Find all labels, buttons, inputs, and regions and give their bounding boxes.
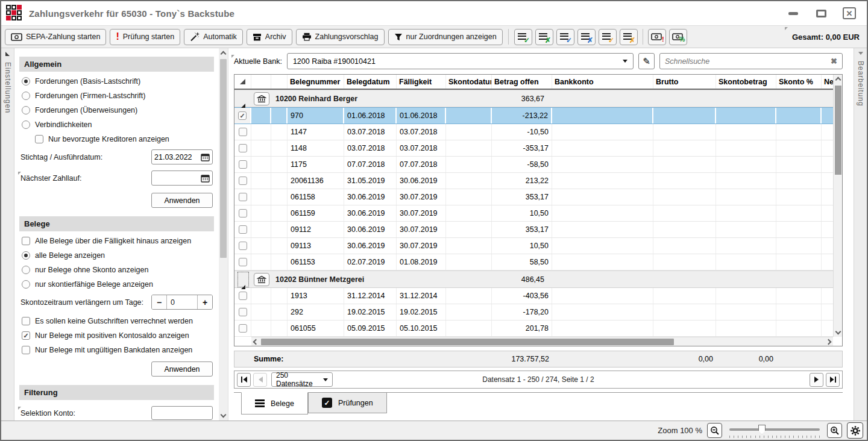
list-check-green-button[interactable]: ✓ [514,29,532,45]
grid-vertical-scrollbar[interactable] [833,75,842,337]
table-row[interactable]: 29219.02.201519.02.2015-178,20 [234,304,833,321]
row-checkbox[interactable] [239,258,247,266]
column-header-belegnummer[interactable]: Belegnummer [288,75,344,89]
close-button[interactable]: ✕ [843,7,856,19]
scroll-left-icon[interactable] [251,337,260,346]
table-row[interactable]: 06115302.07.201901.08.201958,50 [234,254,833,271]
belege-option-radio[interactable]: alle Belege anzeigen [22,251,214,260]
table-row[interactable]: 0911230.06.201930.07.2019353,17 [234,222,833,238]
scrollbar-thumb[interactable] [835,86,841,175]
quick-search-field[interactable]: ✖ [659,53,843,69]
column-header-betrag_offen[interactable]: Betrag offen [492,75,552,89]
list-cross-green-button[interactable]: ✗ [535,29,553,45]
bank-select[interactable]: 1200 Raiba #190010421 [287,53,634,69]
row-checkbox[interactable] [239,209,247,217]
zoom-slider[interactable] [729,423,820,439]
column-header-bankkonto[interactable]: Bankkonto [552,75,653,89]
minimize-button[interactable] [787,7,799,19]
row-checkbox[interactable] [239,128,247,136]
scroll-down-icon[interactable] [219,410,228,419]
column-header-colB[interactable] [271,75,288,89]
allgemein-option-radio[interactable]: Verbindlichkeiten [22,120,214,129]
column-header-skonto_pct[interactable]: Skonto % [776,75,822,89]
scrollbar-thumb[interactable] [261,339,674,345]
table-row[interactable]: 191331.12.201431.12.2014-403,56 [234,288,833,304]
select-all-icon[interactable] [240,79,245,84]
column-header-faelligkeit[interactable]: Fälligkeit [397,75,446,89]
settings-strip[interactable]: Einstellungen [1,48,14,421]
row-checkbox[interactable] [239,193,247,201]
row-checkbox[interactable] [239,177,247,185]
column-header-brutto[interactable]: Brutto [653,75,716,89]
calendar-icon[interactable] [198,171,212,185]
belege-option-radio[interactable]: nur Belege ohne Skonto anzeigen [22,266,214,274]
bank-account-button[interactable] [254,273,269,286]
group-collapse-toggle[interactable] [234,272,251,287]
toolbar-button-pr-fung-starten[interactable]: !Prüfung starten [110,29,180,45]
settings-button[interactable] [847,422,863,439]
edit-bank-button[interactable]: ✎ [638,53,655,69]
toolbar-button-sepa-zahlung-starten[interactable]: SEPA-Zahlung starten [5,29,106,45]
tab-pruefungen[interactable]: ✓ Prüfungen [308,393,387,413]
table-row[interactable]: 06105505.09.201505.10.2015201,78 [234,321,833,337]
table-row[interactable]: 0911330.06.201930.07.201910,50 [234,238,833,254]
belege-option-radio[interactable]: nur skontierfähige Belege anzeigen [22,280,214,289]
last-page-button[interactable] [826,373,840,387]
zahllauf-date-field[interactable] [151,170,213,186]
allgemein-option-radio[interactable]: Forderungen (Firmen-Lastschrift) [22,92,214,100]
toolbar-button-nur-zuordnungen-anzeigen[interactable]: nur Zuordnungen anzeigen [388,29,503,45]
table-row[interactable]: 97001.06.201801.06.2018-213,22 [234,107,833,124]
row-checkbox[interactable] [239,242,247,250]
table-row[interactable]: 117507.07.201807.07.2018-58,50 [234,157,833,173]
belege-filter-checkbox[interactable]: Es sollen keine Gutschriften verrechnet … [22,317,214,325]
list-check-orange-button[interactable]: ✓ [599,29,617,45]
stepper-minus-button[interactable]: − [152,295,167,309]
toolbar-button-archiv[interactable]: Archiv [247,29,292,45]
belege-filter-checkbox[interactable]: Nur Belege mit positiven Kontosaldo anze… [22,331,214,340]
column-header-skontobetrag[interactable]: Skontobetrag [716,75,776,89]
toolbar-button-automatik[interactable]: Automatik [184,29,243,45]
row-checkbox[interactable] [238,111,247,120]
previous-page-button[interactable] [253,373,267,387]
column-header-netto[interactable]: Netto [822,75,833,89]
maximize-button[interactable] [815,7,827,19]
zoom-in-button[interactable] [827,423,842,438]
row-checkbox[interactable] [239,292,247,300]
row-checkbox[interactable] [239,225,247,234]
row-checkbox[interactable] [239,160,247,169]
zoom-out-button[interactable] [707,423,722,438]
bank-account-button[interactable] [254,92,269,105]
group-collapse-toggle[interactable] [234,93,251,104]
column-header-colA[interactable] [251,75,271,89]
anwenden-button-belege[interactable]: Anwenden [151,361,213,377]
sidebar-scrollbar[interactable] [219,48,228,421]
stichtag-date-field[interactable] [151,149,213,164]
stepper-plus-button[interactable]: + [197,295,212,309]
allgemein-option-radio[interactable]: Forderungen (Überweisungen) [22,106,214,114]
calendar-icon[interactable] [198,150,212,164]
anwenden-button-allgemein[interactable]: Anwenden [151,193,213,208]
list-check-blue-button[interactable]: ✓ [556,29,574,45]
table-row[interactable]: 06115830.06.201930.07.2019353,17 [234,189,833,205]
slider-handle[interactable] [758,425,766,434]
table-row[interactable]: 2006113631.05.201930.06.2019213,22 [234,173,833,189]
table-row[interactable]: 114803.07.201803.07.2018-353,17 [234,140,833,157]
scroll-down-icon[interactable] [834,327,843,336]
toolbar-button-zahlungsvorschlag[interactable]: Zahlungsvorschlag [296,29,385,45]
allgemein-option-radio[interactable]: Forderungen (Basis-Lastschrift) [22,77,214,86]
scroll-right-icon[interactable] [824,337,833,346]
scroll-up-icon[interactable] [834,75,843,84]
page-size-select[interactable]: 250 Datensätze [271,372,333,387]
next-page-button[interactable] [810,373,823,387]
selektion-konto-input[interactable] [151,406,213,420]
first-page-button[interactable] [237,373,251,387]
table-row[interactable]: 06115930.06.201930.07.201910,50 [234,205,833,222]
quick-search-input[interactable] [665,57,831,66]
checkbox-nur-bevorzugte-kreditoren[interactable]: Nur bevorzugte Kreditoren anzeigen [35,135,214,143]
clear-search-icon[interactable]: ✖ [831,57,837,66]
row-checkbox[interactable] [239,144,247,152]
list-cross-orange-button[interactable]: ✗ [620,29,638,45]
money-exclaim-button[interactable]: ! [648,29,666,45]
money-percent-button[interactable]: % [669,29,687,45]
stichtag-date-input[interactable] [152,153,198,161]
